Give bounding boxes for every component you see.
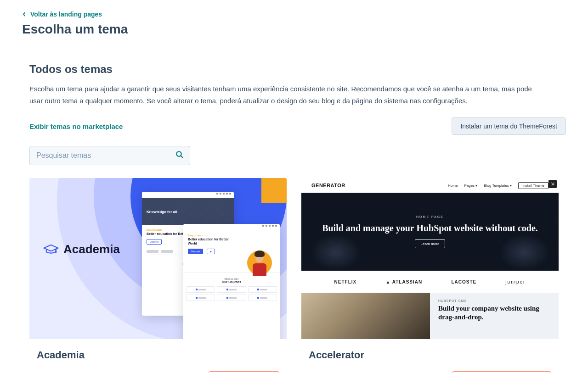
section-description: Escolha um tema para ajudar a garantir q… [29, 83, 544, 106]
theme-card-academia: Academia Knowledge for all Easy to Learn… [29, 178, 287, 373]
page-title: Escolha um tema [22, 22, 566, 37]
theme-thumbnail[interactable]: ⇲ GENERATOR Home Pages ▾ Blog Templates … [301, 178, 559, 339]
chevron-left-icon [22, 11, 27, 18]
svg-point-0 [176, 151, 181, 156]
graduation-cap-icon [43, 244, 59, 255]
academia-logo: Academia [43, 242, 120, 256]
marketplace-link[interactable]: Exibir temas no marketplace [29, 122, 123, 130]
theme-title: Academia [37, 349, 279, 361]
section-title: Todos os temas [29, 63, 566, 76]
back-link-label: Voltar às landing pages [30, 11, 102, 18]
show-templates-button[interactable]: Exibir modelos [209, 371, 279, 373]
back-link[interactable]: Voltar às landing pages [22, 11, 102, 18]
search-icon [175, 150, 184, 161]
svg-point-1 [56, 252, 57, 253]
theme-title: Accelerator [309, 349, 551, 361]
accessibility-badge-icon: ⇲ [548, 180, 557, 188]
search-input[interactable] [29, 146, 190, 165]
install-themeforest-button[interactable]: Instalar um tema do ThemeForest [452, 117, 566, 135]
theme-card-accelerator: ⇲ GENERATOR Home Pages ▾ Blog Templates … [301, 178, 559, 373]
theme-thumbnail[interactable]: Academia Knowledge for all Easy to Learn… [29, 178, 287, 339]
set-active-theme-button[interactable]: Definir como tema ativo [452, 371, 551, 373]
